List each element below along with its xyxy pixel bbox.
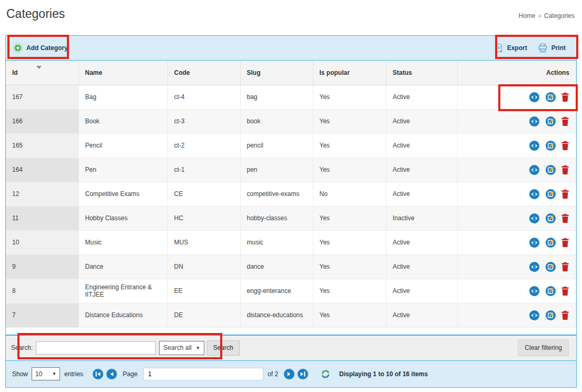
edit-pencil-icon: [545, 189, 556, 200]
cell-status: Active: [386, 109, 457, 133]
trash-icon: [561, 213, 569, 223]
delete-button[interactable]: [561, 116, 569, 126]
cell-slug: engg-enterance: [240, 279, 313, 303]
toolbar-right: Export Print: [495, 43, 566, 53]
page-title: Categories: [6, 7, 65, 21]
next-page-button[interactable]: [283, 368, 295, 380]
cell-id: 8: [6, 279, 78, 303]
cell-id: 167: [6, 85, 78, 109]
cell-actions: [457, 303, 576, 327]
edit-button[interactable]: [545, 164, 556, 175]
search-scope-select[interactable]: Search all ▼: [159, 341, 204, 355]
view-button[interactable]: [529, 261, 540, 272]
view-button[interactable]: [529, 164, 540, 175]
cell-id: 9: [6, 254, 78, 279]
trash-icon: [561, 92, 569, 102]
view-button[interactable]: [529, 92, 540, 103]
delete-button[interactable]: [561, 92, 569, 102]
column-header-is-popular[interactable]: Is popular: [313, 61, 386, 85]
add-category-button[interactable]: Add Category: [13, 43, 68, 53]
edit-button[interactable]: [545, 140, 556, 151]
categories-table: Id Name Code Slug Is popular Status Acti…: [6, 61, 576, 328]
entries-label: entries: [64, 370, 83, 378]
delete-button[interactable]: [561, 286, 569, 296]
view-button[interactable]: [529, 140, 540, 151]
edit-button[interactable]: [545, 310, 556, 321]
cell-slug: book: [240, 109, 313, 133]
edit-button[interactable]: [545, 237, 556, 248]
eye-icon: [529, 213, 540, 224]
delete-button[interactable]: [561, 213, 569, 223]
first-page-button[interactable]: [92, 368, 104, 380]
view-button[interactable]: [529, 286, 540, 297]
edit-button[interactable]: [545, 261, 556, 272]
edit-pencil-icon: [545, 286, 556, 297]
page-number-input[interactable]: [143, 368, 263, 380]
view-button[interactable]: [529, 237, 540, 248]
edit-button[interactable]: [545, 92, 556, 103]
table-row: 11 Hobby Classes HC hobby-classes Yes In…: [6, 206, 576, 230]
cell-actions: [457, 279, 576, 303]
column-header-actions: Actions: [457, 61, 576, 85]
view-button[interactable]: [529, 189, 540, 200]
delete-button[interactable]: [561, 165, 569, 175]
pager-back-group: [91, 368, 119, 380]
cell-name: Competitive Exams: [78, 182, 167, 206]
trash-icon: [561, 262, 569, 272]
table-row: 165 Pencil ct-2 pencil Yes Active: [6, 133, 576, 158]
search-button[interactable]: Search: [207, 340, 240, 356]
cell-slug: distance-educations: [240, 303, 313, 327]
breadcrumb-current: Categories: [544, 12, 575, 19]
cell-code: EE: [167, 279, 240, 303]
cell-status: Active: [386, 158, 457, 182]
cell-status: Inactive: [386, 206, 457, 230]
delete-button[interactable]: [561, 141, 569, 151]
export-label: Export: [507, 44, 527, 52]
cell-is-popular: Yes: [313, 279, 386, 303]
delete-button[interactable]: [561, 189, 569, 199]
breadcrumb-home-link[interactable]: Home: [519, 12, 536, 19]
cell-status: Active: [386, 182, 457, 206]
edit-button[interactable]: [545, 116, 556, 127]
print-button[interactable]: Print: [538, 43, 566, 53]
cell-slug: dance: [240, 254, 313, 279]
cell-is-popular: Yes: [313, 230, 386, 254]
column-header-status[interactable]: Status: [386, 61, 457, 85]
cell-is-popular: Yes: [313, 254, 386, 279]
delete-button[interactable]: [561, 262, 569, 272]
clear-filtering-button[interactable]: Clear filtering: [518, 339, 569, 356]
search-input[interactable]: [36, 341, 156, 355]
view-button[interactable]: [529, 213, 540, 224]
edit-button[interactable]: [545, 189, 556, 200]
last-page-button[interactable]: [297, 368, 309, 380]
page-size-select[interactable]: 10 ▼: [32, 367, 60, 380]
column-header-slug[interactable]: Slug: [240, 61, 313, 85]
cell-name: Bag: [78, 85, 167, 109]
column-header-id[interactable]: Id: [6, 61, 78, 85]
page-label: Page: [123, 370, 137, 378]
trash-icon: [561, 238, 569, 248]
refresh-button[interactable]: [320, 369, 331, 379]
view-button[interactable]: [529, 310, 540, 321]
cell-code: ct-3: [167, 109, 240, 133]
column-header-name[interactable]: Name: [78, 61, 167, 85]
export-button[interactable]: Export: [495, 43, 527, 53]
column-header-code[interactable]: Code: [167, 61, 240, 85]
printer-icon: [538, 43, 548, 53]
previous-page-button[interactable]: [106, 368, 117, 380]
cell-actions: [457, 206, 576, 230]
delete-button[interactable]: [561, 238, 569, 248]
table-body: 167 Bag ct-4 bag Yes Active: [6, 85, 576, 327]
cell-code: DN: [167, 254, 240, 279]
edit-button[interactable]: [545, 213, 556, 224]
cell-code: MUS: [167, 230, 240, 254]
cell-is-popular: No: [313, 182, 386, 206]
delete-button[interactable]: [561, 310, 569, 320]
cell-id: 164: [6, 158, 78, 182]
edit-button[interactable]: [545, 286, 556, 297]
cell-name: Distance Educations: [78, 303, 167, 327]
view-button[interactable]: [529, 116, 540, 127]
export-document-icon: [495, 43, 504, 53]
pager-forward-group: [282, 368, 310, 380]
cell-code: ct-4: [167, 85, 240, 109]
